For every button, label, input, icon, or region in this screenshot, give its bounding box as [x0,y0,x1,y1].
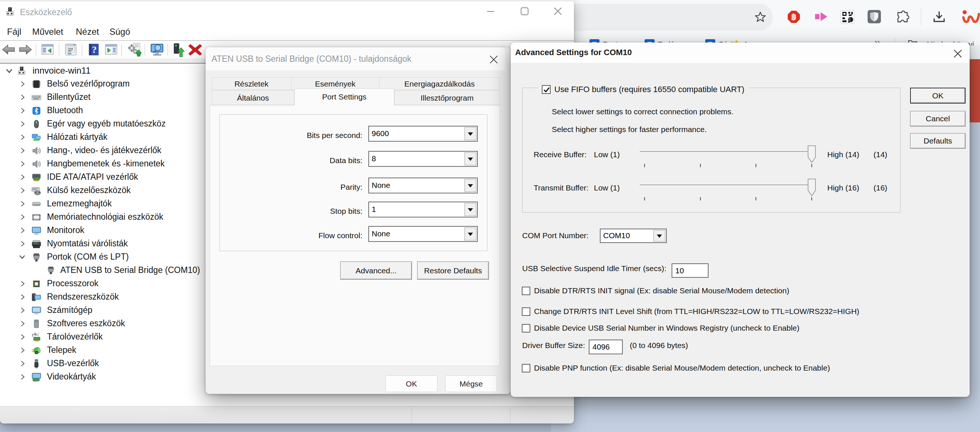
svg-text:?: ? [92,45,97,55]
